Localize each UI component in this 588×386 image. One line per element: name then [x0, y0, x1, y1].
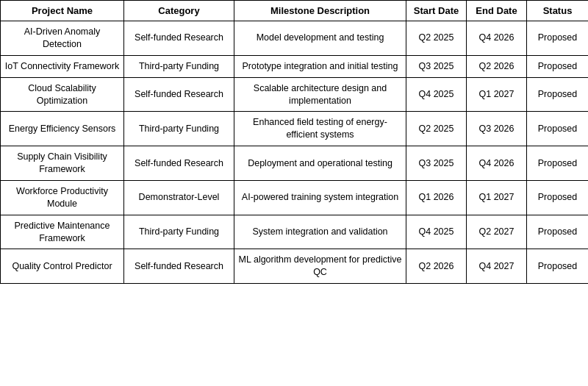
cell-end: Q1 2027	[467, 77, 527, 112]
cell-category: Self-funded Research	[124, 21, 234, 56]
cell-project: IoT Connectivity Framework	[1, 55, 124, 77]
cell-milestone: AI-powered training system integration	[234, 180, 406, 215]
cell-start: Q3 2025	[406, 146, 467, 181]
cell-category: Demonstrator-Level	[124, 180, 234, 215]
header-end: End Date	[467, 1, 527, 21]
cell-start: Q3 2025	[406, 55, 467, 77]
cell-end: Q4 2026	[467, 146, 527, 181]
cell-start: Q2 2025	[406, 112, 467, 146]
projects-table: Project Name Category Milestone Descript…	[0, 0, 588, 284]
cell-project: AI-Driven Anomaly Detection	[1, 21, 124, 56]
cell-status: Proposed	[527, 215, 589, 249]
cell-milestone: Model development and testing	[234, 21, 406, 56]
cell-milestone: Scalable architecture design and impleme…	[234, 77, 406, 112]
table-header-row: Project Name Category Milestone Descript…	[1, 1, 589, 21]
cell-category: Self-funded Research	[124, 77, 234, 112]
cell-project: Predictive Maintenance Framework	[1, 215, 124, 249]
table-row: Supply Chain Visibility FrameworkSelf-fu…	[1, 146, 589, 181]
header-project: Project Name	[1, 1, 124, 21]
cell-start: Q4 2025	[406, 77, 467, 112]
cell-status: Proposed	[527, 146, 589, 181]
header-status: Status	[527, 1, 589, 21]
cell-end: Q4 2026	[467, 21, 527, 56]
cell-end: Q4 2027	[467, 249, 527, 284]
cell-start: Q2 2025	[406, 21, 467, 56]
table-row: Workforce Productivity ModuleDemonstrato…	[1, 180, 589, 215]
cell-project: Cloud Scalability Optimization	[1, 77, 124, 112]
cell-end: Q2 2027	[467, 215, 527, 249]
header-start: Start Date	[406, 1, 467, 21]
table-row: Cloud Scalability OptimizationSelf-funde…	[1, 77, 589, 112]
table-row: IoT Connectivity FrameworkThird-party Fu…	[1, 55, 589, 77]
cell-category: Self-funded Research	[124, 249, 234, 284]
cell-project: Supply Chain Visibility Framework	[1, 146, 124, 181]
header-milestone: Milestone Description	[234, 1, 406, 21]
cell-status: Proposed	[527, 112, 589, 146]
cell-category: Third-party Funding	[124, 55, 234, 77]
cell-status: Proposed	[527, 249, 589, 284]
cell-status: Proposed	[527, 55, 589, 77]
cell-status: Proposed	[527, 77, 589, 112]
cell-status: Proposed	[527, 21, 589, 56]
table-row: Predictive Maintenance FrameworkThird-pa…	[1, 215, 589, 249]
cell-project: Energy Efficiency Sensors	[1, 112, 124, 146]
header-category: Category	[124, 1, 234, 21]
cell-start: Q4 2025	[406, 215, 467, 249]
cell-category: Self-funded Research	[124, 146, 234, 181]
cell-project: Quality Control Predictor	[1, 249, 124, 284]
cell-end: Q2 2026	[467, 55, 527, 77]
table-row: Energy Efficiency SensorsThird-party Fun…	[1, 112, 589, 146]
cell-end: Q1 2027	[467, 180, 527, 215]
cell-milestone: System integration and validation	[234, 215, 406, 249]
cell-start: Q2 2026	[406, 249, 467, 284]
cell-status: Proposed	[527, 180, 589, 215]
table-row: AI-Driven Anomaly DetectionSelf-funded R…	[1, 21, 589, 56]
main-table-container: Project Name Category Milestone Descript…	[0, 0, 588, 386]
cell-milestone: Deployment and operational testing	[234, 146, 406, 181]
cell-start: Q1 2026	[406, 180, 467, 215]
cell-milestone: Prototype integration and initial testin…	[234, 55, 406, 77]
cell-category: Third-party Funding	[124, 215, 234, 249]
cell-category: Third-party Funding	[124, 112, 234, 146]
table-row: Quality Control PredictorSelf-funded Res…	[1, 249, 589, 284]
cell-milestone: ML algorithm development for predictive …	[234, 249, 406, 284]
cell-project: Workforce Productivity Module	[1, 180, 124, 215]
cell-end: Q3 2026	[467, 112, 527, 146]
cell-milestone: Enhanced field testing of energy-efficie…	[234, 112, 406, 146]
